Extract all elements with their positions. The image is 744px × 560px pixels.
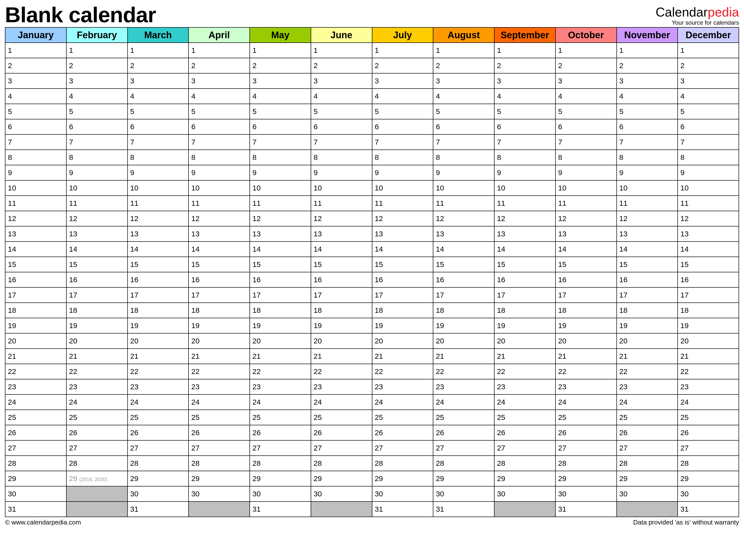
day-cell: 5 [250, 104, 311, 119]
day-cell: 7 [5, 135, 66, 150]
day-cell: 22 [127, 364, 189, 379]
day-cell: 23 [494, 379, 555, 395]
day-cell: 18 [189, 303, 250, 318]
day-cell: 12 [5, 211, 66, 226]
day-cell: 19 [372, 318, 433, 333]
day-cell: 27 [433, 440, 494, 456]
day-cell: 14 [433, 241, 494, 257]
brand-part1: Calendar [656, 5, 708, 19]
day-cell: 7 [250, 135, 311, 150]
day-cell: 1 [678, 43, 739, 58]
day-row: 777777777777 [5, 135, 739, 150]
day-row: 131313131313131313131313 [5, 226, 739, 241]
day-cell: 29 [372, 471, 433, 486]
day-cell [66, 486, 127, 501]
day-row: 111111111111 [5, 43, 739, 58]
brand-tagline: Your source for calendars [656, 20, 739, 26]
day-cell: 25 [617, 410, 678, 425]
day-cell: 7 [555, 135, 617, 150]
day-cell: 9 [66, 165, 127, 180]
day-cell: 2 [311, 58, 372, 73]
day-cell: 10 [678, 180, 739, 196]
day-cell: 1 [5, 43, 66, 58]
day-cell: 22 [433, 364, 494, 379]
day-cell: 23 [555, 379, 617, 395]
day-cell: 20 [433, 333, 494, 348]
day-cell: 24 [189, 395, 250, 410]
day-cell: 10 [494, 180, 555, 196]
day-cell: 20 [5, 333, 66, 348]
day-row: 999999999999 [5, 165, 739, 180]
day-cell: 17 [127, 288, 189, 303]
day-cell: 20 [617, 333, 678, 348]
footer-left: © www.calendarpedia.com [5, 519, 81, 526]
day-cell: 8 [311, 150, 372, 165]
day-row: 888888888888 [5, 150, 739, 165]
day-row: 666666666666 [5, 119, 739, 135]
day-cell: 18 [555, 303, 617, 318]
day-cell: 7 [494, 135, 555, 150]
day-cell: 21 [127, 348, 189, 364]
day-row: 444444444444 [5, 88, 739, 104]
footer-right: Data provided 'as is' without warranty [633, 519, 739, 526]
day-cell: 8 [678, 150, 739, 165]
day-cell: 7 [617, 135, 678, 150]
day-cell: 22 [372, 364, 433, 379]
day-cell: 2 [372, 58, 433, 73]
day-cell: 27 [127, 440, 189, 456]
day-cell: 5 [433, 104, 494, 119]
day-cell: 2 [250, 58, 311, 73]
day-cell: 13 [189, 226, 250, 241]
day-cell: 23 [311, 379, 372, 395]
day-cell: 26 [66, 425, 127, 440]
day-cell: 29 [678, 471, 739, 486]
day-cell: 5 [555, 104, 617, 119]
day-cell: 21 [617, 348, 678, 364]
day-cell: 11 [250, 196, 311, 211]
day-cell: 20 [127, 333, 189, 348]
day-cell: 9 [311, 165, 372, 180]
day-cell: 24 [494, 395, 555, 410]
day-cell: 29 [433, 471, 494, 486]
day-cell: 14 [555, 241, 617, 257]
month-header: July [372, 27, 433, 43]
day-cell: 22 [494, 364, 555, 379]
day-cell: 14 [494, 241, 555, 257]
day-cell: 24 [555, 395, 617, 410]
day-cell: 21 [66, 348, 127, 364]
day-cell: 31 [678, 501, 739, 517]
day-cell: 31 [372, 501, 433, 517]
day-cell: 22 [250, 364, 311, 379]
day-cell: 15 [433, 257, 494, 272]
day-cell: 17 [555, 288, 617, 303]
day-cell: 12 [372, 211, 433, 226]
day-cell: 17 [494, 288, 555, 303]
day-cell: 4 [189, 88, 250, 104]
day-cell: 22 [555, 364, 617, 379]
day-row: 272727272727272727272727 [5, 440, 739, 456]
day-cell: 23 [433, 379, 494, 395]
day-cell: 8 [250, 150, 311, 165]
day-cell: 14 [678, 241, 739, 257]
day-cell: 6 [189, 119, 250, 135]
day-row: 161616161616161616161616 [5, 272, 739, 288]
day-cell: 14 [5, 241, 66, 257]
day-cell: 21 [494, 348, 555, 364]
day-cell: 26 [494, 425, 555, 440]
day-cell: 3 [311, 73, 372, 88]
day-cell: 18 [66, 303, 127, 318]
day-cell: 20 [494, 333, 555, 348]
day-cell: 6 [127, 119, 189, 135]
month-header: December [678, 27, 739, 43]
day-cell: 10 [617, 180, 678, 196]
day-cell: 20 [678, 333, 739, 348]
brand-block: Calendarpedia Your source for calendars [656, 5, 739, 26]
day-row: 30 30303030303030303030 [5, 486, 739, 501]
day-cell: 11 [433, 196, 494, 211]
day-cell: 1 [250, 43, 311, 58]
day-cell: 20 [311, 333, 372, 348]
day-cell: 12 [66, 211, 127, 226]
day-cell: 17 [372, 288, 433, 303]
day-cell: 15 [494, 257, 555, 272]
day-cell: 26 [250, 425, 311, 440]
